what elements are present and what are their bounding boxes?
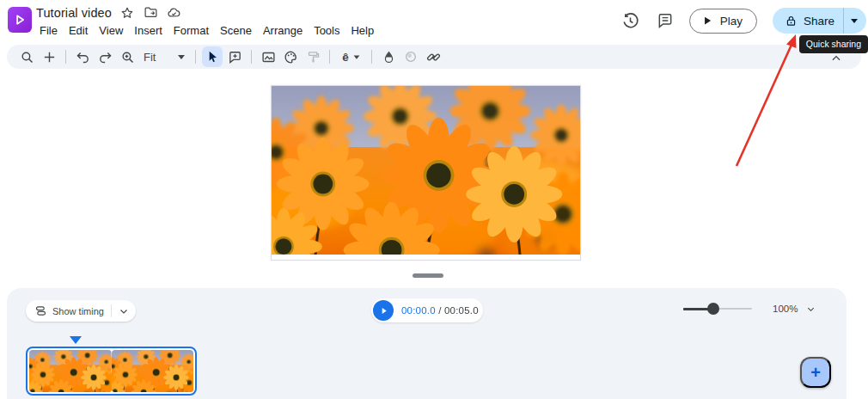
divider — [111, 304, 112, 317]
zoom-fit-dropdown[interactable]: Fit — [138, 51, 190, 64]
version-history-icon[interactable] — [620, 10, 641, 31]
toolbar: Fit ê — [7, 45, 861, 69]
star-icon[interactable] — [120, 5, 135, 20]
move-folder-icon[interactable] — [144, 5, 158, 20]
share-button-label: Share — [804, 15, 834, 28]
scene-clip-thumbnail[interactable] — [26, 347, 197, 396]
current-time: 00:00.0 — [401, 305, 436, 316]
menu-arrange[interactable]: Arrange — [258, 22, 308, 39]
play-button[interactable]: Play — [689, 9, 757, 34]
zoom-level-label: 100% — [773, 304, 798, 314]
show-timing-label: Show timing — [52, 306, 104, 316]
clip-frame-1 — [29, 350, 112, 392]
toolbar-divider — [371, 50, 372, 64]
titlebar: Tutorial video File Edit View Insert For… — [0, 0, 868, 41]
toolbar-divider — [65, 50, 66, 64]
document-title[interactable]: Tutorial video — [36, 6, 112, 20]
total-time: 00:05.0 — [444, 305, 479, 316]
timeline-zoom-control: 100% — [683, 303, 819, 315]
flower-image[interactable] — [272, 86, 580, 255]
menu-file[interactable]: File — [34, 22, 63, 39]
effects-icon: ê — [342, 51, 349, 64]
search-icon[interactable] — [16, 46, 37, 67]
lock-icon — [785, 15, 798, 28]
menu-insert[interactable]: Insert — [129, 22, 168, 39]
redo-icon[interactable] — [95, 46, 115, 67]
panel-drag-handle[interactable] — [413, 273, 443, 278]
menu-bar: File Edit View Insert Format Scene Arran… — [34, 22, 379, 39]
cloud-status-icon[interactable] — [167, 5, 181, 20]
toolbar-divider — [329, 50, 330, 64]
toolbar-divider — [195, 50, 196, 64]
play-icon — [701, 15, 713, 27]
paint-format-icon — [303, 46, 323, 67]
share-dropdown-button[interactable] — [843, 8, 866, 34]
undo-icon[interactable] — [72, 46, 93, 67]
time-separator: / — [436, 305, 444, 316]
menu-scene[interactable]: Scene — [215, 22, 257, 39]
zoom-level-dropdown[interactable] — [803, 304, 819, 314]
menu-edit[interactable]: Edit — [64, 22, 93, 39]
menu-format[interactable]: Format — [168, 22, 214, 39]
fill-color-icon[interactable] — [378, 46, 399, 67]
quick-sharing-tooltip: Quick sharing — [799, 35, 868, 53]
zoom-slider[interactable] — [683, 303, 752, 315]
menu-view[interactable]: View — [94, 22, 128, 39]
play-icon — [379, 306, 388, 316]
link-icon[interactable] — [423, 46, 443, 67]
show-timing-button[interactable]: Show timing — [26, 300, 136, 322]
comments-icon[interactable] — [655, 10, 675, 31]
timeline-panel: Show timing 00:00.0 / 00:05.0 100% — [7, 288, 847, 399]
zoom-fit-label: Fit — [144, 51, 156, 64]
toolbar-divider — [251, 50, 252, 64]
add-icon[interactable] — [39, 46, 59, 67]
canvas-area — [0, 69, 868, 288]
chevron-down-icon — [178, 55, 185, 59]
image-icon[interactable] — [258, 46, 278, 67]
share-button[interactable]: Share — [773, 8, 843, 34]
share-split-button: Share — [773, 8, 866, 34]
slide[interactable] — [271, 85, 581, 261]
chevron-down-icon — [851, 19, 858, 23]
select-tool-icon[interactable] — [202, 46, 223, 67]
playhead-icon[interactable] — [70, 336, 82, 344]
playback-control: 00:00.0 / 00:05.0 — [371, 298, 483, 322]
zoom-icon[interactable] — [117, 46, 138, 67]
border-color-icon — [400, 46, 421, 67]
palette-icon[interactable] — [280, 46, 301, 67]
timeline-play-button[interactable] — [373, 300, 394, 321]
timing-icon — [34, 304, 47, 317]
show-timing-dropdown[interactable] — [115, 306, 132, 316]
menu-help[interactable]: Help — [345, 22, 379, 39]
add-comment-icon[interactable] — [224, 46, 245, 67]
chevron-down-icon — [119, 306, 129, 316]
play-button-label: Play — [720, 15, 743, 28]
app-logo-icon[interactable] — [8, 7, 32, 33]
chevron-down-icon — [806, 304, 816, 314]
effects-dropdown[interactable]: ê — [336, 46, 365, 67]
menu-tools[interactable]: Tools — [309, 22, 345, 39]
add-scene-button[interactable]: + — [800, 357, 831, 388]
clip-frame-2 — [112, 350, 194, 392]
slider-thumb[interactable] — [707, 303, 719, 315]
collapse-toolbar-icon[interactable] — [830, 52, 842, 68]
chevron-down-icon — [353, 55, 359, 58]
